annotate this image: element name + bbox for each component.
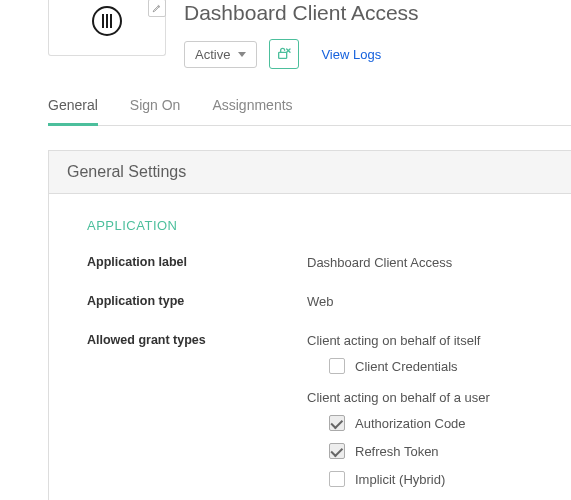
field-value: Dashboard Client Access bbox=[307, 255, 571, 270]
section-label-application: APPLICATION bbox=[87, 218, 571, 233]
page-title: Dashboard Client Access bbox=[184, 0, 571, 25]
app-header: Dashboard Client Access Active bbox=[0, 0, 571, 69]
panel-body: APPLICATION Application label Dashboard … bbox=[49, 194, 571, 500]
checkbox-icon bbox=[329, 443, 345, 459]
checkbox-icon bbox=[329, 471, 345, 487]
grant-heading-self: Client acting on behalf of itself bbox=[307, 333, 571, 348]
field-application-type: Application type Web bbox=[87, 294, 571, 309]
checkbox-row-refresh-token[interactable]: Refresh Token bbox=[329, 443, 571, 459]
checkbox-label: Refresh Token bbox=[355, 444, 439, 459]
svg-rect-0 bbox=[279, 52, 287, 58]
field-value: Web bbox=[307, 294, 571, 309]
lock-toggle-icon bbox=[276, 45, 292, 64]
checkbox-row-implicit-hybrid[interactable]: Implicit (Hybrid) bbox=[329, 471, 571, 487]
field-application-label: Application label Dashboard Client Acces… bbox=[87, 255, 571, 270]
checkbox-label: Client Credentials bbox=[355, 359, 458, 374]
field-label: Allowed grant types bbox=[87, 333, 307, 347]
pencil-icon bbox=[152, 3, 162, 13]
checkbox-label: Authorization Code bbox=[355, 416, 466, 431]
view-logs-link[interactable]: View Logs bbox=[321, 47, 381, 62]
tab-sign-on[interactable]: Sign On bbox=[130, 97, 181, 126]
checkbox-row-authorization-code[interactable]: Authorization Code bbox=[329, 415, 571, 431]
tab-general[interactable]: General bbox=[48, 97, 98, 126]
panel-title: General Settings bbox=[49, 151, 571, 194]
title-column: Dashboard Client Access Active bbox=[184, 0, 571, 69]
field-label: Application label bbox=[87, 255, 307, 269]
grant-heading-user: Client acting on behalf of a user bbox=[307, 390, 571, 405]
checkbox-icon bbox=[329, 415, 345, 431]
chevron-down-icon bbox=[238, 52, 246, 57]
status-label: Active bbox=[195, 47, 230, 62]
checkbox-icon bbox=[329, 358, 345, 374]
lock-button[interactable] bbox=[269, 39, 299, 69]
checkbox-label: Implicit (Hybrid) bbox=[355, 472, 445, 487]
title-actions: Active View Logs bbox=[184, 39, 571, 69]
checkbox-row-client-credentials[interactable]: Client Credentials bbox=[329, 358, 571, 374]
tab-assignments[interactable]: Assignments bbox=[212, 97, 292, 126]
field-grant-types: Allowed grant types Client acting on beh… bbox=[87, 333, 571, 499]
field-label: Application type bbox=[87, 294, 307, 308]
app-settings-page: Dashboard Client Access Active bbox=[0, 0, 571, 500]
general-settings-panel: General Settings APPLICATION Application… bbox=[48, 150, 571, 500]
app-logo-box bbox=[48, 0, 166, 56]
tabs: General Sign On Assignments bbox=[48, 97, 571, 126]
app-logo-icon bbox=[92, 6, 122, 36]
status-dropdown[interactable]: Active bbox=[184, 41, 257, 68]
edit-logo-button[interactable] bbox=[148, 0, 166, 17]
grant-types-block: Client acting on behalf of itself Client… bbox=[307, 333, 571, 499]
